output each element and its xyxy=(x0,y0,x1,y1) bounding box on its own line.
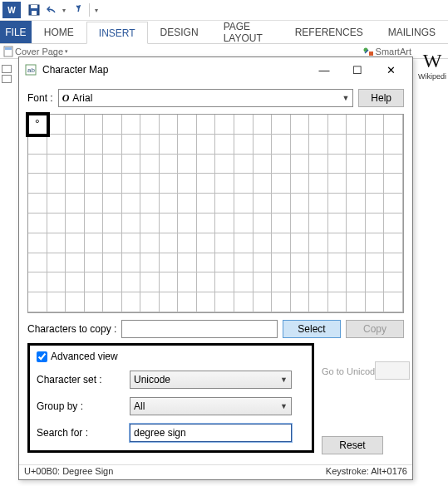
char-cell[interactable] xyxy=(85,292,104,312)
char-cell[interactable] xyxy=(215,214,234,233)
char-cell[interactable] xyxy=(254,135,273,155)
char-cell[interactable] xyxy=(291,135,310,155)
char-cell[interactable] xyxy=(309,115,328,135)
char-cell[interactable] xyxy=(66,194,85,214)
tab-references[interactable]: REFERENCES xyxy=(283,21,376,43)
tab-mailings[interactable]: MAILINGS xyxy=(376,21,448,43)
tab-insert[interactable]: INSERT xyxy=(86,22,148,44)
char-cell[interactable] xyxy=(122,155,141,174)
char-cell[interactable] xyxy=(254,233,273,253)
char-cell[interactable] xyxy=(197,174,216,194)
char-cell[interactable]: ° xyxy=(28,115,47,135)
char-cell[interactable] xyxy=(272,214,291,233)
char-cell[interactable] xyxy=(347,272,366,292)
char-cell[interactable] xyxy=(178,253,197,273)
char-cell[interactable] xyxy=(272,115,291,135)
char-cell[interactable] xyxy=(254,214,273,233)
undo-dropdown-icon[interactable]: ▾ xyxy=(62,7,66,14)
char-cell[interactable] xyxy=(234,194,254,214)
char-cell[interactable] xyxy=(254,174,273,194)
characters-to-copy-input[interactable] xyxy=(121,320,278,338)
char-cell[interactable] xyxy=(47,272,66,292)
char-cell[interactable] xyxy=(234,135,254,155)
char-cell[interactable] xyxy=(272,292,291,312)
char-cell[interactable] xyxy=(160,174,179,194)
char-cell[interactable] xyxy=(328,233,347,253)
char-cell[interactable] xyxy=(47,292,66,312)
advanced-view-checkbox[interactable]: Advanced view xyxy=(37,351,305,362)
char-cell[interactable] xyxy=(47,155,66,174)
char-cell[interactable] xyxy=(178,292,197,312)
char-cell[interactable] xyxy=(197,135,216,155)
char-cell[interactable] xyxy=(291,292,310,312)
char-cell[interactable] xyxy=(66,135,85,155)
char-cell[interactable] xyxy=(328,194,347,214)
char-cell[interactable] xyxy=(309,155,328,174)
close-button[interactable]: ✕ xyxy=(374,58,407,81)
char-cell[interactable] xyxy=(366,272,385,292)
copy-button[interactable]: Copy xyxy=(346,320,404,338)
char-cell[interactable] xyxy=(47,174,66,194)
char-cell[interactable] xyxy=(178,233,197,253)
char-cell[interactable] xyxy=(309,233,328,253)
char-cell[interactable] xyxy=(384,135,403,155)
tab-file[interactable]: FILE xyxy=(0,21,32,43)
char-cell[interactable] xyxy=(272,272,291,292)
char-cell[interactable] xyxy=(272,135,291,155)
char-cell[interactable] xyxy=(122,253,141,273)
char-cell[interactable] xyxy=(272,155,291,174)
char-cell[interactable] xyxy=(178,272,197,292)
char-cell[interactable] xyxy=(291,272,310,292)
char-cell[interactable] xyxy=(122,214,141,233)
char-cell[interactable] xyxy=(85,194,104,214)
char-cell[interactable] xyxy=(234,292,254,312)
char-cell[interactable] xyxy=(85,174,104,194)
char-cell[interactable] xyxy=(197,115,216,135)
char-cell[interactable] xyxy=(28,233,47,253)
char-cell[interactable] xyxy=(160,233,179,253)
char-cell[interactable] xyxy=(347,292,366,312)
char-cell[interactable] xyxy=(234,253,254,273)
char-cell[interactable] xyxy=(366,115,385,135)
char-cell[interactable] xyxy=(291,174,310,194)
char-cell[interactable] xyxy=(272,253,291,273)
char-cell[interactable] xyxy=(178,155,197,174)
smartart-button[interactable]: SmartArt xyxy=(362,47,411,56)
help-button[interactable]: Help xyxy=(358,89,404,107)
char-cell[interactable] xyxy=(291,115,310,135)
char-cell[interactable] xyxy=(234,115,254,135)
char-cell[interactable] xyxy=(28,292,47,312)
character-grid[interactable]: ° xyxy=(27,114,404,313)
char-cell[interactable] xyxy=(178,194,197,214)
char-cell[interactable] xyxy=(122,233,141,253)
char-cell[interactable] xyxy=(122,194,141,214)
char-cell[interactable] xyxy=(309,135,328,155)
char-cell[interactable] xyxy=(66,155,85,174)
char-cell[interactable] xyxy=(291,214,310,233)
char-cell[interactable] xyxy=(291,233,310,253)
char-cell[interactable] xyxy=(347,135,366,155)
char-cell[interactable] xyxy=(366,214,385,233)
char-cell[interactable] xyxy=(85,214,104,233)
char-cell[interactable] xyxy=(291,155,310,174)
char-cell[interactable] xyxy=(66,233,85,253)
char-cell[interactable] xyxy=(328,214,347,233)
char-cell[interactable] xyxy=(85,115,104,135)
char-cell[interactable] xyxy=(140,135,160,155)
tab-design[interactable]: DESIGN xyxy=(148,21,211,43)
redo-icon[interactable] xyxy=(67,2,84,18)
char-cell[interactable] xyxy=(103,214,122,233)
reset-button[interactable]: Reset xyxy=(322,436,383,454)
char-cell[interactable] xyxy=(85,155,104,174)
char-cell[interactable] xyxy=(28,253,47,273)
char-cell[interactable] xyxy=(384,155,403,174)
font-dropdown[interactable]: O Arial ▼ xyxy=(58,89,354,107)
tab-page-layout[interactable]: PAGE LAYOUT xyxy=(211,21,283,43)
char-cell[interactable] xyxy=(366,155,385,174)
char-cell[interactable] xyxy=(234,233,254,253)
char-cell[interactable] xyxy=(215,292,234,312)
minimize-button[interactable]: — xyxy=(308,58,341,81)
char-cell[interactable] xyxy=(103,135,122,155)
char-cell[interactable] xyxy=(28,135,47,155)
group-dropdown[interactable]: All ▼ xyxy=(130,397,292,415)
